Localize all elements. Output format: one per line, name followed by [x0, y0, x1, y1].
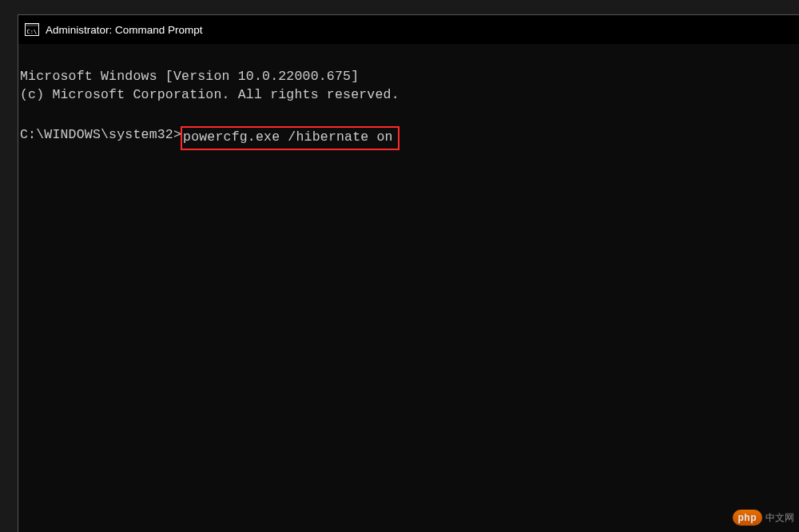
version-line: Microsoft Windows [Version 10.0.22000.67…	[20, 69, 359, 84]
svg-rect-1	[26, 24, 38, 26]
prompt-line: C:\WINDOWS\system32>powercfg.exe /hibern…	[20, 126, 797, 150]
watermark-badge: php	[733, 510, 763, 526]
prompt-path: C:\WINDOWS\system32>	[20, 126, 181, 150]
terminal-output[interactable]: Microsoft Windows [Version 10.0.22000.67…	[18, 44, 799, 188]
svg-text:C:\: C:\	[27, 29, 38, 35]
cmd-icon: C:\	[25, 23, 39, 36]
watermark: php 中文网	[733, 510, 795, 526]
copyright-line: (c) Microsoft Corporation. All rights re…	[20, 87, 400, 102]
watermark-text: 中文网	[765, 511, 794, 525]
window-title: Administrator: Command Prompt	[46, 24, 203, 36]
titlebar[interactable]: C:\ Administrator: Command Prompt	[18, 15, 799, 44]
typed-command: powercfg.exe /hibernate on	[183, 129, 393, 145]
command-highlight: powercfg.exe /hibernate on	[181, 126, 400, 150]
command-prompt-window: C:\ Administrator: Command Prompt Micros…	[18, 14, 799, 532]
